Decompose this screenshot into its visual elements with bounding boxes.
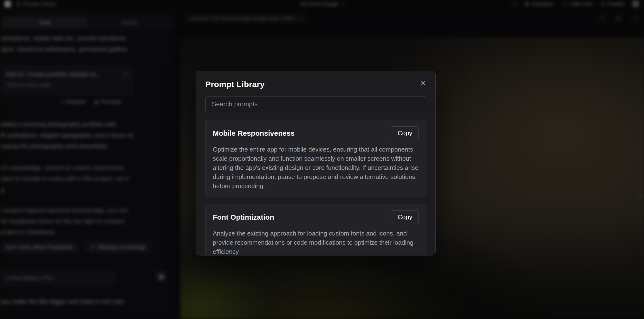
- copy-button[interactable]: Copy: [391, 210, 419, 224]
- prompt-description: Optimize the entire app for mobile devic…: [213, 145, 419, 190]
- prompt-title: Mobile Responsiveness: [213, 129, 294, 137]
- prompt-list: Mobile Responsiveness Copy Optimize the …: [205, 120, 426, 256]
- prompt-library-modal: Prompt Library × Mobile Responsiveness C…: [196, 71, 436, 256]
- prompt-card: Font Optimization Copy Analyze the exist…: [205, 204, 426, 256]
- app-window: ▤ Prompt Library urb cloud voyage ∨ Supa…: [0, 0, 644, 319]
- prompt-title: Font Optimization: [213, 213, 274, 221]
- close-icon[interactable]: ×: [420, 80, 426, 87]
- prompt-description: Analyze the existing approach for loadin…: [213, 229, 419, 256]
- modal-title: Prompt Library: [205, 80, 265, 89]
- prompt-card: Mobile Responsiveness Copy Optimize the …: [205, 120, 426, 197]
- copy-button[interactable]: Copy: [391, 126, 419, 140]
- search-input[interactable]: [205, 96, 426, 112]
